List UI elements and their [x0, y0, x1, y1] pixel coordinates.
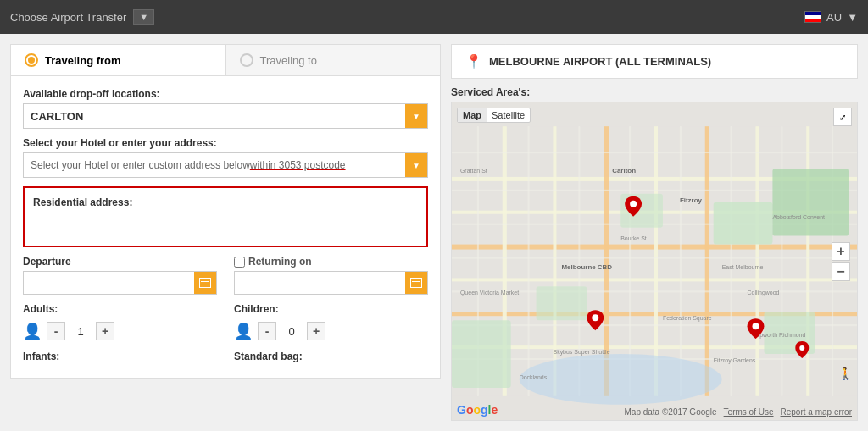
returning-calendar-button[interactable]	[405, 272, 427, 294]
svg-rect-23	[578, 126, 580, 396]
returning-label-wrap: Returning on	[234, 256, 428, 268]
tab-traveling-from[interactable]: Traveling from	[11, 45, 226, 75]
topbar-left: Choose Airport Transfer ▼	[10, 9, 154, 25]
serviced-areas-header: Serviced Area's:	[451, 86, 858, 98]
map-data-credit: Map data ©2017 Google	[624, 407, 716, 417]
map-svg: Grattan St Bourke St Carlton Fitzroy Mel…	[452, 102, 857, 420]
serviced-areas-label: Serviced Area's:	[451, 86, 530, 98]
svg-rect-12	[756, 126, 760, 396]
adults-decrement-button[interactable]: -	[47, 322, 65, 340]
svg-point-35	[520, 354, 722, 405]
svg-rect-31	[452, 320, 511, 388]
returning-checkbox[interactable]	[234, 257, 245, 268]
svg-text:🚶: 🚶	[838, 367, 854, 381]
residential-label: Residential address:	[33, 196, 418, 208]
svg-rect-25	[680, 126, 682, 396]
destination-title: MELBOURNE AIRPORT (ALL TERMINALS)	[489, 55, 711, 68]
children-value: 0	[281, 325, 302, 338]
hotel-section: Select your Hotel or enter your address:…	[23, 137, 428, 178]
topbar-dropdown-button[interactable]: ▼	[133, 9, 154, 25]
svg-rect-27	[781, 126, 782, 396]
tab-traveling-to[interactable]: Traveling to	[226, 45, 441, 75]
returning-input[interactable]	[235, 277, 405, 289]
svg-text:Epworth Richmond: Epworth Richmond	[756, 332, 806, 339]
returning-input-wrap	[234, 271, 428, 295]
returning-col: Returning on	[234, 256, 428, 295]
residential-address-section: Residential address:	[23, 186, 428, 247]
svg-text:Grattan St: Grattan St	[460, 168, 487, 174]
zoom-out-button[interactable]: −	[832, 262, 850, 281]
topbar: Choose Airport Transfer ▼ AU ▼	[0, 0, 868, 34]
infants-label: Infants:	[23, 351, 217, 362]
svg-text:East Melbourne: East Melbourne	[722, 264, 764, 270]
infants-col: Infants:	[23, 351, 217, 366]
map-expand-button[interactable]: ⤢	[833, 108, 852, 126]
map-tab-satellite[interactable]: Satellite	[487, 108, 530, 122]
region-label: AU	[826, 11, 842, 24]
children-stepper: 👤 - 0 +	[234, 322, 428, 340]
standard-bag-label: Standard bag:	[234, 351, 428, 362]
svg-text:Collingwood: Collingwood	[748, 290, 780, 296]
departure-calendar-button[interactable]	[194, 272, 216, 294]
departure-input[interactable]	[24, 277, 194, 289]
adults-stepper: 👤 - 1 +	[23, 322, 217, 340]
tab-from-label: Traveling from	[45, 54, 121, 67]
tab-to-label: Traveling to	[260, 54, 317, 67]
svg-point-52	[753, 323, 760, 329]
map-footer-left: Google	[457, 403, 498, 417]
children-decrement-button[interactable]: -	[258, 322, 276, 340]
svg-text:Fitzroy: Fitzroy	[680, 196, 703, 204]
residential-input[interactable]	[33, 212, 418, 237]
hotel-dropdown-button[interactable]	[405, 153, 427, 177]
topbar-right: AU ▼	[804, 11, 858, 24]
returning-label: Returning on	[248, 256, 312, 268]
svg-rect-30	[772, 169, 849, 236]
dropoff-input-wrap: CARLTON	[23, 103, 428, 129]
tabs: Traveling from Traveling to	[10, 44, 441, 75]
svg-text:Abbotsford Convent: Abbotsford Convent	[772, 214, 825, 220]
terms-of-use-link[interactable]: Terms of Use	[724, 407, 774, 417]
adults-label: Adults:	[23, 303, 217, 315]
svg-text:Fitzroy Gardens: Fitzroy Gardens	[714, 357, 756, 364]
departure-input-wrap	[23, 271, 217, 295]
dropoff-dropdown-button[interactable]	[405, 104, 427, 128]
calendar-icon	[199, 278, 211, 288]
radio-to	[240, 53, 253, 67]
hotel-label: Select your Hotel or enter your address:	[23, 137, 428, 149]
hotel-input-wrap: Select your Hotel or enter custom addres…	[23, 152, 428, 178]
map-tab-map[interactable]: Map	[458, 108, 487, 122]
svg-rect-22	[528, 126, 530, 396]
svg-rect-11	[705, 126, 709, 396]
dropoff-label: Available drop-off locations:	[23, 88, 428, 100]
hotel-placeholder-text[interactable]: Select your Hotel or enter custom addres…	[24, 153, 405, 177]
svg-rect-34	[537, 286, 587, 320]
dropoff-section: Available drop-off locations: CARLTON	[23, 88, 428, 129]
children-increment-button[interactable]: +	[307, 322, 326, 340]
left-panel: Traveling from Traveling to Available dr…	[10, 44, 441, 421]
returning-calendar-icon	[410, 278, 422, 288]
svg-text:Docklands: Docklands	[520, 374, 548, 380]
svg-point-51	[592, 314, 598, 321]
infants-bag-row: Infants: Standard bag:	[23, 351, 428, 366]
adults-value: 1	[70, 325, 91, 338]
svg-rect-29	[714, 202, 773, 245]
children-col: Children: 👤 - 0 +	[234, 303, 428, 340]
adults-increment-button[interactable]: +	[96, 322, 114, 340]
pin-icon: 📍	[465, 53, 482, 69]
map-zoom-controls: + −	[832, 242, 850, 281]
google-logo: Google	[457, 403, 498, 417]
svg-text:Federation Square: Federation Square	[663, 315, 712, 322]
right-panel: 📍 MELBOURNE AIRPORT (ALL TERMINALS) Serv…	[451, 44, 858, 421]
svg-rect-13	[806, 126, 809, 396]
zoom-in-button[interactable]: +	[832, 242, 850, 261]
au-flag-icon	[804, 11, 821, 23]
standard-bag-col: Standard bag:	[234, 351, 428, 366]
dropoff-value[interactable]: CARLTON	[24, 104, 405, 128]
report-error-link[interactable]: Report a map error	[781, 407, 852, 417]
map-type-tabs: Map Satellite	[457, 108, 531, 123]
map-footer-right: Map data ©2017 Google Terms of Use Repor…	[624, 407, 852, 417]
children-label: Children:	[234, 303, 428, 315]
svg-rect-14	[452, 152, 857, 153]
map-container[interactable]: Grattan St Bourke St Carlton Fitzroy Mel…	[451, 102, 858, 421]
region-dropdown-arrow[interactable]: ▼	[847, 11, 858, 24]
